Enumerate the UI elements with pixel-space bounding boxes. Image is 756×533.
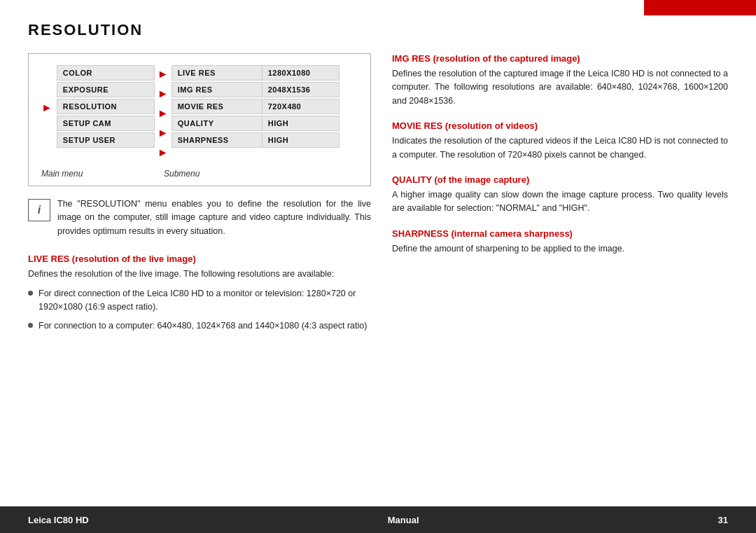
movie-res-text: Indicates the resolution of the captured… <box>392 134 728 162</box>
live-res-text: Defines the resolution of the live image… <box>28 268 371 281</box>
movie-res-section: MOVIE RES (resolution of videos) Indicat… <box>392 120 728 162</box>
menu-labels: Main menu Submenu <box>41 169 358 179</box>
main-red-arrow-icon: ► <box>41 102 52 114</box>
submenu-item-quality: QUALITY <box>172 116 262 131</box>
sharpness-heading-normal: (internal camera sharpness) <box>449 228 573 239</box>
main-menu-label: Main menu <box>41 169 164 179</box>
footer: Leica IC80 HD Manual 31 <box>0 506 756 533</box>
outer-main-arrow: ► <box>41 65 52 114</box>
arrow-setup-user: ► <box>158 144 169 162</box>
menu-item-resolution: RESOLUTION <box>57 99 155 114</box>
quality-text: A higher image quality can slow down the… <box>392 188 728 216</box>
top-red-bar <box>644 0 756 15</box>
diagram-container: ► COLOR EXPOSURE RESOLUTION SETUP CAM SE… <box>41 65 358 163</box>
submenu-arrows: ► ► ► ► ► <box>158 65 169 163</box>
menu-item-color: COLOR <box>57 65 155 81</box>
menu-item-setup-cam: SETUP CAM <box>57 116 155 131</box>
img-res-heading: IMG RES (resolution of the captured imag… <box>392 53 728 64</box>
left-column: ► COLOR EXPOSURE RESOLUTION SETUP CAM SE… <box>28 53 371 339</box>
submenu-column: LIVE RES 1280X1080 IMG RES 2048X1536 MOV… <box>172 65 354 149</box>
submenu-row-quality: QUALITY HIGH <box>172 116 354 131</box>
sharpness-heading-bold: SHARPNESS <box>392 228 449 239</box>
bullet-text-computer: For connection to a computer: 640×480, 1… <box>38 319 367 333</box>
page-title: RESOLUTION <box>28 21 728 39</box>
info-icon: i <box>28 199 50 221</box>
info-text: The "RESOLUTION" menu enables you to def… <box>57 198 371 238</box>
bullet-item-computer: For connection to a computer: 640×480, 1… <box>28 319 371 333</box>
movie-res-heading-bold: MOVIE RES <box>392 120 442 131</box>
submenu-item-sharpness: SHARPNESS <box>172 132 262 148</box>
live-res-heading: LIVE RES (resolution of the live image) <box>28 254 371 264</box>
arrow-color: ► <box>158 65 169 83</box>
bullet-dot-tv <box>28 291 33 296</box>
quality-section: QUALITY (of the image capture) A higher … <box>392 174 728 216</box>
quality-heading-bold: QUALITY <box>392 174 432 185</box>
submenu-row-movie-res: MOVIE RES 720X480 <box>172 99 354 114</box>
two-column-layout: ► COLOR EXPOSURE RESOLUTION SETUP CAM SE… <box>28 53 728 339</box>
sharpness-text: Define the amount of sharpening to be ap… <box>392 242 728 256</box>
quality-heading-normal: (of the image capture) <box>432 174 529 185</box>
main-content: RESOLUTION ► COLOR EXPOSURE RESOLUTION S… <box>28 21 728 505</box>
arrow-exposure: ► <box>158 85 169 103</box>
arrow-color-icon: ► <box>158 68 169 81</box>
menu-item-setup-user: SETUP USER <box>57 132 155 148</box>
movie-res-heading: MOVIE RES (resolution of videos) <box>392 120 728 131</box>
submenu-row-live-res: LIVE RES 1280X1080 <box>172 65 354 81</box>
submenu-row-sharpness: SHARPNESS HIGH <box>172 132 354 148</box>
live-res-bullet-list: For direct connection of the Leica IC80 … <box>28 287 371 333</box>
movie-res-heading-normal: (resolution of videos) <box>442 120 538 131</box>
arrow-setup-user-icon: ► <box>158 146 169 159</box>
submenu-item-movie-res: MOVIE RES <box>172 99 262 114</box>
live-res-heading-normal: (resolution of the live image) <box>69 254 196 264</box>
img-res-text: Defines the resolution of the captured i… <box>392 67 728 108</box>
footer-center: Manual <box>388 515 419 525</box>
footer-right: 31 <box>718 515 728 525</box>
sharpness-section: SHARPNESS (internal camera sharpness) De… <box>392 228 728 256</box>
menu-diagram: ► COLOR EXPOSURE RESOLUTION SETUP CAM SE… <box>28 53 371 186</box>
submenu-value-quality: HIGH <box>262 116 340 131</box>
submenu-row-img-res: IMG RES 2048X1536 <box>172 82 354 97</box>
arrow-setup-cam-icon: ► <box>158 127 169 139</box>
live-res-heading-bold: LIVE RES <box>28 254 69 264</box>
bullet-text-tv: For direct connection of the Leica IC80 … <box>38 287 371 314</box>
bullet-dot-computer <box>28 323 33 328</box>
footer-left: Leica IC80 HD <box>28 515 89 525</box>
info-letter: i <box>38 204 41 216</box>
submenu-item-live-res: LIVE RES <box>172 65 262 81</box>
submenu-item-img-res: IMG RES <box>172 82 262 97</box>
bullet-item-tv: For direct connection of the Leica IC80 … <box>28 287 371 314</box>
submenu-value-sharpness: HIGH <box>262 132 340 148</box>
arrow-resolution: ► <box>158 104 169 123</box>
img-res-heading-bold: IMG RES <box>392 53 430 64</box>
submenu-label: Submenu <box>164 169 200 179</box>
arrow-exposure-icon: ► <box>158 88 169 100</box>
main-menu-column: COLOR EXPOSURE RESOLUTION SETUP CAM SETU… <box>57 65 155 149</box>
img-res-section: IMG RES (resolution of the captured imag… <box>392 53 728 108</box>
img-res-heading-normal: (resolution of the captured image) <box>430 53 580 64</box>
arrow-resolution-icon: ► <box>158 107 169 120</box>
quality-heading: QUALITY (of the image capture) <box>392 174 728 185</box>
menu-item-exposure: EXPOSURE <box>57 82 155 97</box>
info-box: i The "RESOLUTION" menu enables you to d… <box>28 198 371 238</box>
submenu-value-img-res: 2048X1536 <box>262 82 340 97</box>
arrow-setup-cam: ► <box>158 124 169 142</box>
sharpness-heading: SHARPNESS (internal camera sharpness) <box>392 228 728 239</box>
right-column: IMG RES (resolution of the captured imag… <box>392 53 728 339</box>
submenu-value-live-res: 1280X1080 <box>262 65 340 81</box>
submenu-value-movie-res: 720X480 <box>262 99 340 114</box>
